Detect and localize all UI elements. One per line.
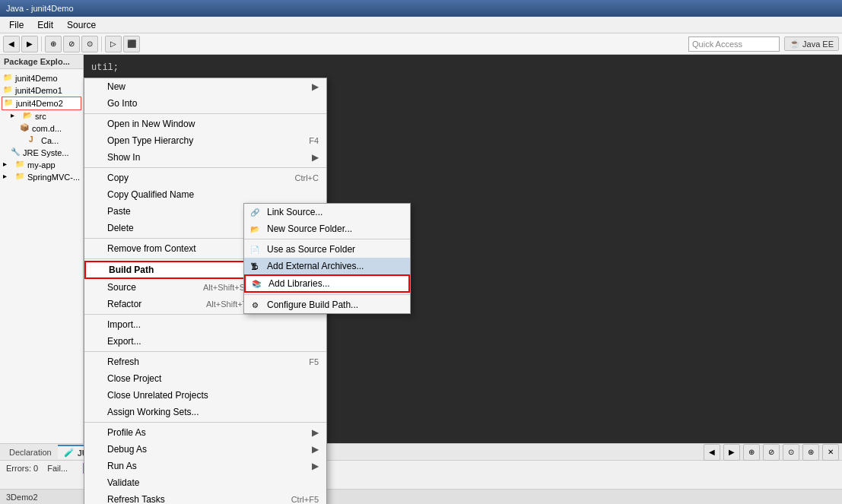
java-ee-label: Java EE [802, 40, 834, 49]
arrow-icon: ▶ [312, 427, 319, 438]
ctx-sep [84, 167, 326, 168]
expand-icon: ▸ [3, 160, 14, 170]
sidebar-item-jre[interactable]: 🔧 JRE Syste... [2, 147, 81, 159]
quick-access-box[interactable]: Quick Access [688, 36, 780, 52]
sidebar-item-label: com.d... [32, 124, 62, 133]
menu-file[interactable]: File [3, 18, 30, 32]
bottom-btn-4[interactable]: ⊛ [802, 444, 819, 461]
new-folder-icon: 📂 [249, 223, 261, 235]
ctx-run-as[interactable]: Run As ▶ [84, 458, 326, 474]
ctx-open-type-hierarchy[interactable]: Open Type Hierarchy F4 [84, 132, 326, 149]
sub-use-as-source[interactable]: 📄 Use as Source Folder [244, 241, 410, 258]
ctx-copy-qualified[interactable]: Copy Qualified Name [84, 186, 326, 203]
configure-icon: ⚙ [249, 299, 261, 311]
shortcut-label: Ctrl+C [295, 173, 319, 182]
ctx-go-into[interactable]: Go Into [84, 95, 326, 112]
link-source-icon: 🔗 [249, 206, 261, 218]
shortcut-label: Alt+Shift+S [203, 283, 245, 292]
title-bar: Java - junit4Demo [0, 0, 842, 17]
ctx-debug-as[interactable]: Debug As ▶ [84, 441, 326, 458]
ctx-refresh[interactable]: Refresh F5 [84, 353, 326, 370]
bottom-nav-prev[interactable]: ◀ [704, 444, 720, 461]
toolbar-sep-2 [101, 36, 102, 52]
toolbar-btn-4[interactable]: ⊘ [63, 36, 80, 52]
bottom-btn-3[interactable]: ⊙ [783, 444, 799, 461]
sub-sep [244, 239, 410, 239]
toolbar-btn-1[interactable]: ◀ [3, 36, 20, 52]
sidebar-item-label: JRE Syste... [23, 148, 69, 157]
ctx-sep [84, 422, 326, 423]
toolbar-btn-5[interactable]: ⊙ [81, 36, 98, 52]
folder-icon: 📁 [3, 73, 14, 84]
toolbar-btn-3[interactable]: ⊕ [45, 36, 62, 52]
sidebar-item-com[interactable]: 📦 com.d... [2, 122, 81, 135]
ctx-close-unrelated[interactable]: Close Unrelated Projects [84, 387, 326, 404]
folder-icon: 📁 [15, 160, 26, 170]
sidebar-item-ca[interactable]: J Ca... [2, 135, 81, 147]
toolbar-btn-6[interactable]: ▷ [105, 36, 122, 52]
build-path-submenu: 🔗 Link Source... 📂 New Source Folder... … [243, 203, 411, 314]
bottom-btn-2[interactable]: ⊘ [763, 444, 780, 461]
ctx-assign-working-sets[interactable]: Assign Working Sets... [84, 404, 326, 420]
junit-icon: 🧪 [64, 448, 75, 458]
sidebar-header: Package Explo... [0, 55, 83, 69]
java-icon: J [29, 135, 40, 146]
ctx-sep [84, 351, 326, 352]
tab-declaration[interactable]: Declaration [3, 446, 58, 458]
folder-icon: 📂 [23, 111, 33, 122]
sub-new-source-folder[interactable]: 📂 New Source Folder... [244, 220, 410, 237]
toolbar-btn-2[interactable]: ▶ [21, 36, 38, 52]
sidebar-item-label: Ca... [41, 136, 59, 145]
shortcut-label: F4 [309, 136, 319, 145]
bottom-nav-next[interactable]: ▶ [723, 444, 740, 461]
menu-bar: File Edit Source [0, 17, 842, 33]
expand-icon: ▸ [11, 111, 21, 122]
sidebar-item-springmvc[interactable]: ▸ 📁 SpringMVC-... [2, 171, 81, 183]
sub-link-source[interactable]: 🔗 Link Source... [244, 204, 410, 220]
archive-icon: 🗜 [249, 260, 261, 272]
sidebar-item-junit4demo[interactable]: 📁 junit4Demo [2, 72, 81, 84]
ctx-show-in[interactable]: Show In ▶ [84, 149, 326, 166]
library-icon: 📚 [250, 277, 262, 290]
code-line: util; [91, 61, 834, 74]
sidebar-item-myapp[interactable]: ▸ 📁 my-app [2, 159, 81, 171]
folder-icon: 📁 [3, 85, 14, 96]
toolbar: ◀ ▶ ⊕ ⊘ ⊙ ▷ ⬛ Quick Access ☕ Java EE [0, 33, 842, 55]
sidebar-item-label: junit4Demo1 [15, 86, 62, 95]
bottom-btn-1[interactable]: ⊕ [743, 444, 760, 461]
sidebar-item-label: junit4Demo2 [16, 99, 63, 108]
ctx-sep [84, 113, 326, 114]
fails-label: Fail... [47, 464, 68, 473]
toolbar-btn-7[interactable]: ⬛ [123, 36, 140, 52]
menu-edit[interactable]: Edit [31, 18, 59, 32]
sidebar-item-junit4demo2[interactable]: 📁 junit4Demo2 [2, 97, 81, 110]
sub-add-external-archives[interactable]: 🗜 Add External Archives... [244, 258, 410, 274]
lib-icon: 🔧 [11, 147, 21, 158]
ctx-open-new-window[interactable]: Open in New Window [84, 116, 326, 132]
sub-add-libraries[interactable]: 📚 Add Libraries... [244, 274, 410, 293]
sidebar-item-src[interactable]: ▸ 📂 src [2, 110, 81, 122]
ctx-new[interactable]: New ▶ [84, 78, 326, 95]
ctx-validate[interactable]: Validate [84, 474, 326, 491]
java-ee-button[interactable]: ☕ Java EE [784, 36, 839, 51]
ctx-copy[interactable]: Copy Ctrl+C [84, 170, 326, 186]
ctx-refresh-tasks[interactable]: Refresh Tasks Ctrl+F5 [84, 491, 326, 504]
shortcut-label: Alt+Shift+T [206, 300, 247, 309]
sub-configure-build-path[interactable]: ⚙ Configure Build Path... [244, 296, 410, 313]
sidebar-item-label: my-app [27, 160, 56, 170]
folder-icon: 📁 [4, 98, 14, 109]
ctx-import[interactable]: Import... [84, 316, 326, 333]
arrow-icon: ▶ [312, 461, 319, 471]
sidebar-item-label: src [35, 112, 46, 121]
shortcut-label: F5 [309, 357, 319, 366]
ctx-profile-as[interactable]: Profile As ▶ [84, 424, 326, 441]
quick-access-label: Quick Access [692, 40, 742, 49]
ctx-close-project[interactable]: Close Project [84, 370, 326, 387]
menu-source[interactable]: Source [61, 18, 102, 32]
main-area: Package Explo... 📁 junit4Demo 📁 junit4De… [0, 55, 842, 443]
sub-sep [244, 294, 410, 295]
bottom-btn-5[interactable]: ✕ [822, 444, 839, 461]
ctx-export[interactable]: Export... [84, 333, 326, 350]
tab-declaration-label: Declaration [9, 448, 52, 457]
sidebar-item-junit4demo1[interactable]: 📁 junit4Demo1 [2, 84, 81, 97]
